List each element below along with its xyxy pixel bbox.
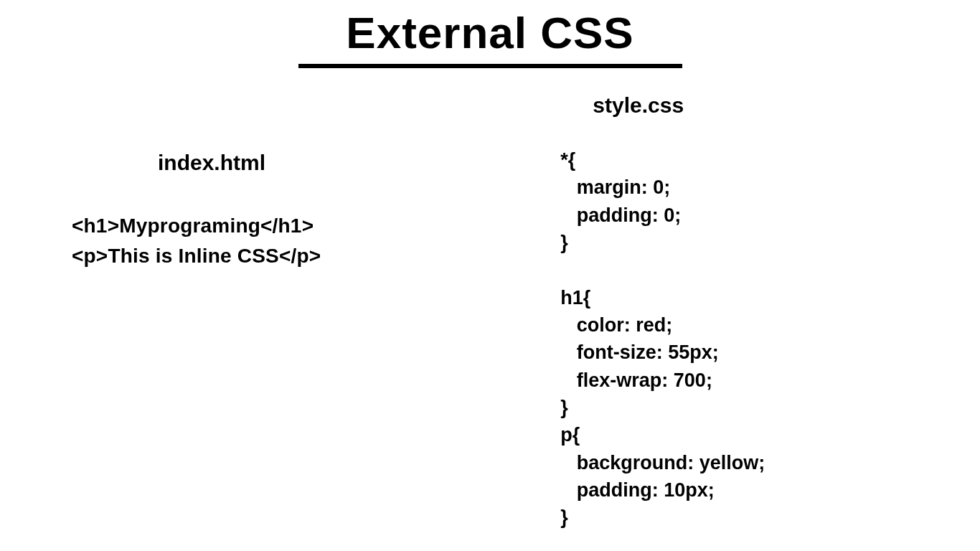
title-underline: [298, 64, 682, 68]
columns-container: index.html <h1>Myprograming</h1> <p>This…: [0, 93, 980, 532]
html-code-line-1: <h1>Myprograming</h1>: [72, 211, 539, 241]
css-file-label: style.css: [593, 93, 980, 118]
left-column: index.html <h1>Myprograming</h1> <p>This…: [0, 93, 539, 532]
html-code-line-2: <p>This is Inline CSS</p>: [72, 241, 539, 271]
right-column: style.css *{ margin: 0; padding: 0; } h1…: [539, 93, 980, 532]
html-file-label: index.html: [158, 151, 539, 175]
css-code-block: *{ margin: 0; padding: 0; } h1{ color: r…: [560, 146, 980, 532]
page-title: External CSS: [0, 7, 980, 58]
